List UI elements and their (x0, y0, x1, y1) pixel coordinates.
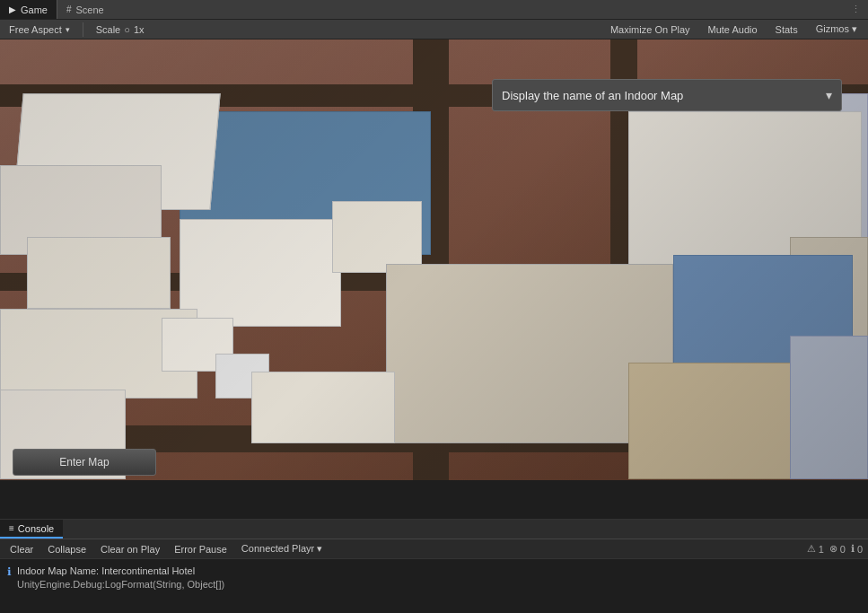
stats-button[interactable]: Stats (770, 23, 803, 36)
log-line-2: UnityEngine.Debug:LogFormat(String, Obje… (17, 578, 224, 591)
console-panel: ≡ Console Clear Collapse Clear on Play E… (0, 519, 868, 613)
tab-ellipsis[interactable]: ⋮ (851, 4, 868, 15)
info-badge[interactable]: ℹ 0 (851, 543, 863, 555)
error-count: 0 (840, 544, 846, 555)
game-viewport: Display the name of an Indoor Map ▾ Ente… (0, 39, 868, 480)
dropdown-text: Display the name of an Indoor Map (502, 89, 826, 102)
tab-scene-label: Scene (76, 4, 104, 15)
free-aspect-dropdown[interactable]: Free Aspect ▾ (5, 23, 74, 36)
tab-bar: ▶ Game # Scene ⋮ (0, 0, 868, 20)
console-tab-bar: ≡ Console (0, 520, 868, 539)
scale-icon: ○ (124, 24, 130, 35)
building-14 (251, 372, 395, 443)
console-tab-label: Console (18, 523, 54, 534)
game-icon: ▶ (9, 4, 16, 14)
tab-game[interactable]: ▶ Game (0, 0, 57, 19)
building-5 (180, 219, 341, 327)
zoom-value: 1x (134, 24, 145, 35)
toolbar-sep-1 (83, 22, 83, 37)
building-6 (332, 201, 422, 273)
scale-control[interactable]: Scale ○ 1x (92, 23, 148, 36)
toolbar-right: Maximize On Play Mute Audio Stats Gizmos… (605, 22, 863, 36)
log-line-1: Indoor Map Name: Intercontinental Hotel (17, 565, 224, 578)
indoor-map-dropdown[interactable]: Display the name of an Indoor Map ▾ (492, 79, 842, 111)
clear-button[interactable]: Clear (5, 543, 38, 556)
mute-audio-button[interactable]: Mute Audio (703, 23, 763, 36)
warning-icon: ⚠ (807, 543, 816, 555)
log-info-icon: ℹ (7, 565, 12, 578)
tab-scene[interactable]: # Scene (57, 0, 113, 19)
console-tab-icon: ≡ (9, 523, 14, 533)
map-buttons-panel: Enter Map Exit Map (13, 449, 156, 480)
toolbar: Free Aspect ▾ Scale ○ 1x Maximize On Pla… (0, 20, 868, 39)
console-toolbar-right: ⚠ 1 ⊗ 0 ℹ 0 (807, 543, 863, 555)
tab-console[interactable]: ≡ Console (0, 520, 63, 539)
free-aspect-chevron: ▾ (66, 25, 70, 34)
free-aspect-label: Free Aspect (9, 24, 62, 35)
connected-players-button[interactable]: Connected Playr ▾ (237, 542, 327, 556)
console-toolbar: Clear Collapse Clear on Play Error Pause… (0, 539, 868, 559)
scale-label: Scale (96, 24, 121, 35)
info-icon: ℹ (851, 543, 855, 555)
tab-game-label: Game (21, 4, 48, 15)
error-badge[interactable]: ⊗ 0 (829, 543, 846, 555)
log-text-block: Indoor Map Name: Intercontinental Hotel … (17, 565, 224, 592)
warning-count: 1 (819, 544, 824, 555)
enter-map-button[interactable]: Enter Map (13, 449, 156, 476)
gizmos-chevron: ▾ (852, 23, 857, 34)
error-pause-button[interactable]: Error Pause (170, 543, 232, 556)
log-entry: ℹ Indoor Map Name: Intercontinental Hote… (7, 563, 861, 594)
gizmos-dropdown[interactable]: Gizmos ▾ (811, 22, 863, 36)
warning-badge[interactable]: ⚠ 1 (807, 543, 824, 555)
building-18 (790, 336, 868, 479)
maximize-on-play-button[interactable]: Maximize On Play (605, 23, 696, 36)
console-content: ℹ Indoor Map Name: Intercontinental Hote… (0, 559, 868, 613)
collapse-button[interactable]: Collapse (43, 543, 91, 556)
error-icon: ⊗ (829, 543, 837, 555)
building-3 (27, 237, 171, 309)
dropdown-arrow-icon: ▾ (826, 88, 832, 102)
info-count: 0 (857, 544, 863, 555)
scene-icon: # (66, 4, 72, 14)
clear-on-play-button[interactable]: Clear on Play (96, 543, 164, 556)
